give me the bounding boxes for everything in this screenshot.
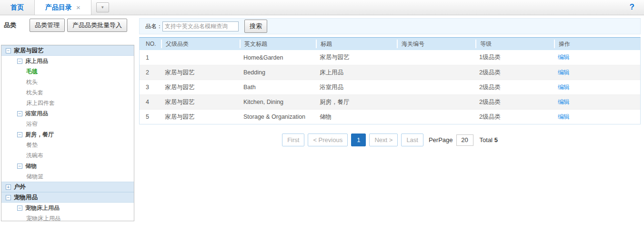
tree-item-label: 宠物床上用品 — [26, 213, 60, 221]
edit-link[interactable]: 编辑 — [558, 84, 570, 91]
tree-item-label: 厨房，餐厅 — [25, 129, 54, 140]
tree-item-label: 储物篮 — [26, 171, 43, 182]
tree-item-label: 户外 — [14, 182, 26, 192]
tree-item-label: 枕头套 — [26, 87, 43, 98]
tree-item-label: 洗碗布 — [26, 150, 43, 161]
collapse-icon[interactable]: − — [6, 48, 11, 53]
row-actions: 编辑 — [554, 69, 640, 77]
help-icon[interactable]: ? — [630, 0, 634, 15]
tree-item-label: 家居与园艺 — [14, 45, 44, 56]
category-tree: −家居与园艺−床上用品毛毯枕头枕头套床上四件套−浴室用品浴帘−厨房，餐厅餐垫洗碗… — [1, 45, 134, 221]
tree-item[interactable]: −储物 — [1, 161, 134, 171]
expand-icon[interactable]: + — [6, 185, 11, 190]
table-row: 1Home&Garden家居与园艺1级品类编辑 — [140, 50, 640, 65]
table-header-row: NO.父级品类英文标题标题海关编号等级操作 — [140, 38, 640, 50]
parent-category: 家居与园艺 — [161, 113, 240, 121]
column-header: 父级品类 — [161, 40, 240, 48]
row-actions: 编辑 — [554, 113, 640, 121]
collapse-icon[interactable]: − — [6, 195, 11, 200]
tree-item[interactable]: 枕头套 — [1, 87, 134, 98]
title-en: Kitchen, Dining — [240, 99, 316, 105]
tree-item[interactable]: 毛毯 — [1, 66, 134, 77]
tree-item-label: 浴室用品 — [25, 108, 48, 119]
search-input[interactable] — [162, 21, 239, 31]
category-table: NO.父级品类英文标题标题海关编号等级操作 1Home&Garden家居与园艺1… — [139, 37, 641, 124]
tab-home[interactable]: 首页 — [0, 0, 35, 15]
search-button[interactable]: 搜索 — [244, 20, 267, 33]
current-page-button[interactable]: 1 — [351, 134, 366, 146]
column-header: 操作 — [554, 40, 640, 48]
collapse-icon[interactable]: − — [17, 205, 22, 211]
title-cn: 家居与园艺 — [316, 53, 397, 62]
tree-item[interactable]: +户外 — [1, 182, 134, 192]
row-number: 2 — [140, 69, 161, 76]
table-row: 3家居与园艺Bath浴室用品2级品类编辑 — [140, 80, 640, 94]
first-page-button[interactable]: First — [282, 134, 304, 146]
title-cn: 储物 — [316, 113, 397, 121]
sidebar-title: 品类 — [4, 21, 16, 30]
perpage-input[interactable] — [456, 134, 473, 146]
close-icon[interactable]: × — [76, 4, 80, 11]
collapse-icon[interactable]: − — [17, 164, 22, 169]
page-content: 品类 品类管理 产品品类批量导入 −家居与园艺−床上用品毛毯枕头枕头套床上四件套… — [0, 15, 644, 226]
category-level: 2级品类 — [475, 113, 554, 121]
collapse-icon[interactable]: − — [17, 59, 22, 64]
tree-item[interactable]: −家居与园艺 — [1, 45, 134, 56]
edit-link[interactable]: 编辑 — [558, 113, 570, 120]
tree-item-label: 储物 — [25, 161, 37, 171]
tree-item[interactable]: 储物篮 — [1, 171, 134, 182]
tree-item-label: 床上用品 — [25, 56, 48, 66]
search-toolbar: 品名： 搜索 — [139, 18, 641, 34]
table-row: 2家居与园艺Bedding床上用品2级品类编辑 — [140, 65, 640, 80]
tree-item[interactable]: 浴帘 — [1, 119, 134, 129]
tree-item[interactable]: −床上用品 — [1, 56, 134, 66]
parent-category: 家居与园艺 — [161, 69, 240, 77]
sidebar-header: 品类 品类管理 产品品类批量导入 — [0, 15, 134, 32]
category-level: 2级品类 — [475, 83, 554, 92]
tree-item-label: 床上四件套 — [26, 98, 55, 108]
main-panel: 品名： 搜索 NO.父级品类英文标题标题海关编号等级操作 1Home&Garde… — [134, 15, 644, 226]
tree-item[interactable]: 枕头 — [1, 77, 134, 87]
category-batch-import-button[interactable]: 产品品类批量导入 — [67, 19, 127, 32]
last-page-button[interactable]: Last — [401, 134, 423, 146]
pagination: First < Previous 1 Next > Last PerPage T… — [139, 134, 641, 146]
total-text: Total — [480, 136, 493, 144]
tree-item[interactable]: −宠物床上用品 — [1, 203, 134, 213]
total-label: Total 5 — [480, 136, 498, 144]
tree-item[interactable]: −浴室用品 — [1, 108, 134, 119]
row-actions: 编辑 — [554, 83, 640, 92]
parent-category: 家居与园艺 — [161, 98, 240, 106]
tree-item[interactable]: 洗碗布 — [1, 150, 134, 161]
chevron-down-icon: ▼ — [101, 5, 104, 10]
tree-item[interactable]: −厨房，餐厅 — [1, 129, 134, 140]
title-en: Home&Garden — [240, 54, 316, 61]
tree-item[interactable]: −宠物用品 — [1, 192, 134, 203]
collapse-icon[interactable]: − — [17, 111, 22, 116]
edit-link[interactable]: 编辑 — [558, 69, 570, 76]
tree-item[interactable]: 宠物床上用品 — [1, 213, 134, 221]
category-level: 2级品类 — [475, 69, 554, 77]
category-manage-button[interactable]: 品类管理 — [30, 19, 65, 32]
tree-item-label: 枕头 — [26, 77, 38, 87]
edit-link[interactable]: 编辑 — [558, 54, 570, 61]
title-cn: 浴室用品 — [316, 83, 397, 92]
row-number: 3 — [140, 84, 161, 91]
title-cn: 床上用品 — [316, 69, 397, 77]
tab-product-catalog[interactable]: 产品目录 × — [35, 0, 91, 15]
tree-item-label: 餐垫 — [26, 140, 38, 150]
column-header: 海关编号 — [397, 40, 475, 48]
tree-item-label: 毛毯 — [26, 66, 38, 77]
tree-item-label: 宠物用品 — [14, 192, 38, 203]
tab-list-dropdown-button[interactable]: ▼ — [96, 2, 109, 12]
title-en: Bedding — [240, 69, 316, 76]
column-header: 英文标题 — [240, 40, 316, 48]
edit-link[interactable]: 编辑 — [558, 99, 570, 105]
next-page-button[interactable]: Next > — [369, 134, 398, 146]
table-row: 5家居与园艺Storage & Organization储物2级品类编辑 — [140, 109, 640, 124]
total-count: 5 — [494, 136, 498, 144]
collapse-icon[interactable]: − — [17, 132, 22, 137]
tree-item[interactable]: 餐垫 — [1, 140, 134, 150]
previous-page-button[interactable]: < Previous — [308, 134, 348, 146]
tree-item-label: 浴帘 — [26, 119, 38, 129]
tree-item[interactable]: 床上四件套 — [1, 98, 134, 108]
